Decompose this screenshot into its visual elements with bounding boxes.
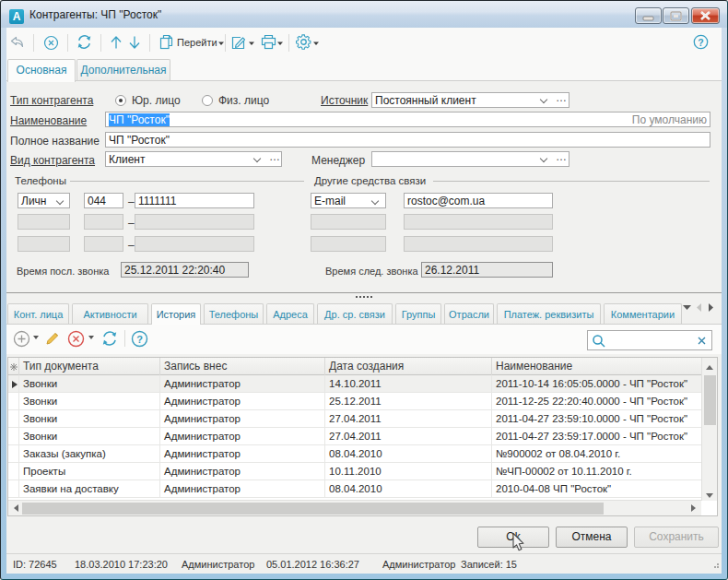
svg-text:?: ?: [698, 37, 703, 48]
svg-text:?: ?: [136, 334, 143, 345]
